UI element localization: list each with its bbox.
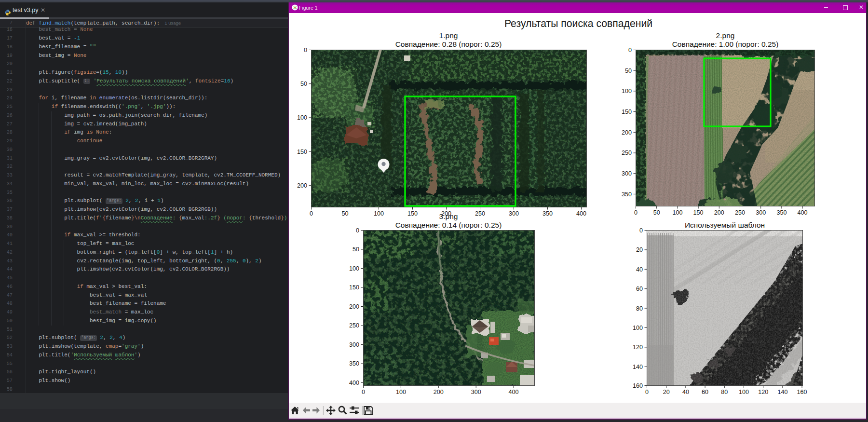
svg-text:Совпадение: 1.00 (порог: 0.25): Совпадение: 1.00 (порог: 0.25): [672, 40, 779, 48]
svg-text:Результаты поиска совпадений: Результаты поиска совпадений: [504, 18, 652, 29]
svg-text:400: 400: [509, 389, 519, 395]
svg-text:120: 120: [633, 344, 643, 351]
svg-text:200: 200: [714, 209, 724, 216]
svg-text:140: 140: [777, 389, 787, 395]
svg-text:250: 250: [475, 210, 485, 217]
svg-text:0: 0: [634, 209, 637, 216]
svg-text:400: 400: [349, 380, 359, 386]
svg-text:250: 250: [735, 209, 745, 216]
svg-text:50: 50: [300, 81, 307, 87]
svg-text:200: 200: [434, 389, 444, 395]
svg-text:200: 200: [622, 129, 632, 136]
svg-text:100: 100: [374, 210, 384, 217]
svg-text:100: 100: [396, 389, 406, 395]
svg-text:200: 200: [349, 303, 359, 310]
svg-text:100: 100: [633, 325, 643, 331]
svg-text:100: 100: [297, 114, 307, 121]
svg-text:Совпадение: 0.14 (порог: 0.25): Совпадение: 0.14 (порог: 0.25): [395, 221, 502, 229]
svg-text:400: 400: [798, 209, 808, 216]
svg-text:120: 120: [758, 389, 768, 395]
svg-text:60: 60: [702, 389, 708, 395]
svg-text:150: 150: [349, 284, 359, 291]
svg-text:300: 300: [349, 341, 359, 348]
svg-text:350: 350: [622, 191, 632, 198]
svg-text:60: 60: [636, 286, 643, 292]
svg-text:200: 200: [441, 210, 451, 217]
svg-text:150: 150: [622, 109, 632, 115]
svg-text:160: 160: [797, 389, 807, 395]
svg-text:Используемый шаблон: Используемый шаблон: [685, 221, 765, 229]
svg-text:50: 50: [353, 246, 359, 253]
svg-text:300: 300: [509, 210, 519, 217]
svg-text:0: 0: [628, 47, 632, 54]
svg-text:0: 0: [645, 389, 649, 395]
svg-text:100: 100: [672, 209, 682, 216]
svg-text:Совпадение: 0.28 (порог: 0.25): Совпадение: 0.28 (порог: 0.25): [395, 40, 502, 48]
svg-text:0: 0: [304, 47, 307, 54]
svg-text:50: 50: [653, 209, 660, 216]
svg-text:100: 100: [622, 88, 632, 95]
svg-text:0: 0: [639, 227, 643, 234]
svg-text:300: 300: [756, 209, 766, 216]
svg-text:250: 250: [622, 150, 632, 156]
svg-text:140: 140: [633, 364, 643, 370]
svg-text:20: 20: [636, 246, 643, 253]
svg-text:350: 350: [542, 210, 553, 217]
svg-text:400: 400: [576, 210, 586, 217]
svg-text:160: 160: [633, 382, 643, 389]
svg-text:150: 150: [297, 149, 307, 155]
svg-text:0: 0: [356, 227, 359, 234]
svg-text:250: 250: [349, 322, 359, 329]
svg-text:2.png: 2.png: [716, 31, 735, 40]
svg-text:100: 100: [349, 265, 359, 272]
svg-text:200: 200: [297, 182, 307, 189]
svg-text:40: 40: [636, 266, 643, 273]
svg-text:40: 40: [682, 389, 689, 395]
svg-text:50: 50: [625, 68, 632, 74]
svg-text:100: 100: [739, 389, 749, 395]
svg-text:20: 20: [663, 389, 670, 395]
svg-text:150: 150: [407, 210, 418, 217]
svg-text:350: 350: [776, 209, 787, 216]
svg-text:80: 80: [636, 305, 643, 312]
svg-text:1.png: 1.png: [439, 31, 458, 40]
svg-text:80: 80: [721, 389, 728, 395]
svg-text:0: 0: [310, 210, 313, 217]
svg-text:300: 300: [471, 389, 481, 395]
svg-text:50: 50: [341, 210, 348, 217]
svg-text:300: 300: [622, 170, 632, 177]
svg-text:350: 350: [349, 360, 359, 367]
svg-text:150: 150: [693, 209, 704, 216]
svg-text:0: 0: [362, 389, 365, 395]
